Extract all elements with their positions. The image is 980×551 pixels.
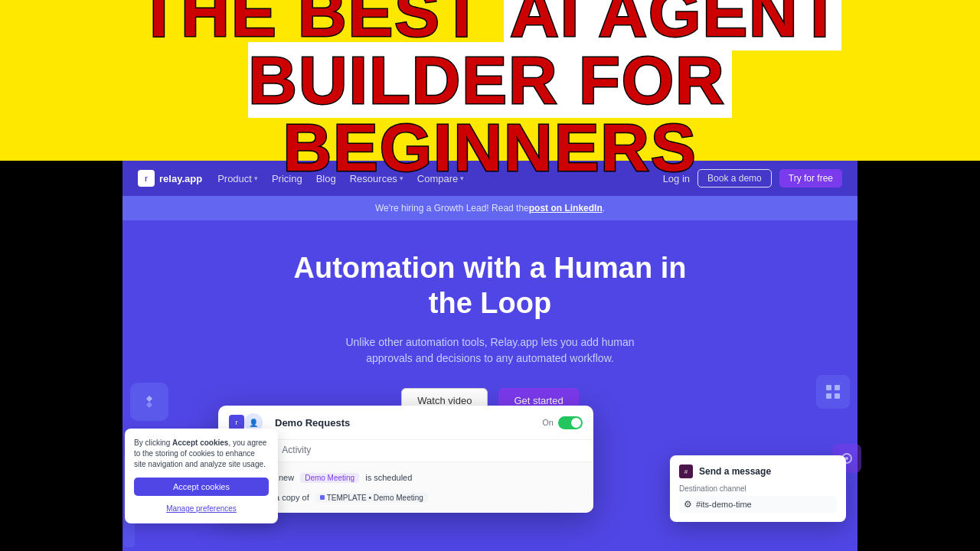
demo-right-header: # Send a message bbox=[679, 465, 837, 478]
thumbnail-text: THE BEST AI AGENT BUILDER FOR BEGINNERS bbox=[15, 0, 965, 181]
svg-rect-1 bbox=[835, 385, 840, 390]
toggle-label: On bbox=[542, 418, 554, 427]
slack-icon: # bbox=[679, 465, 693, 478]
cookie-banner: By clicking Accept cookies, you agree to… bbox=[125, 429, 278, 523]
svg-rect-0 bbox=[826, 385, 831, 390]
demo-logo-icon: r bbox=[229, 415, 244, 430]
toggle-switch[interactable] bbox=[558, 416, 583, 429]
tag-dot bbox=[320, 495, 325, 500]
manage-preferences-button[interactable]: Manage preferences bbox=[134, 504, 269, 513]
demo-card-title: Demo Requests bbox=[275, 417, 542, 429]
hero-subtitle: Unlike other automation tools, Relay.app… bbox=[337, 334, 643, 367]
demo-trigger-row: ⏱ When a new Demo Meeting is scheduled bbox=[229, 471, 583, 484]
svg-rect-3 bbox=[835, 393, 840, 399]
action-tag: TEMPLATE • Demo Meeting bbox=[315, 493, 428, 503]
send-message-title: Send a message bbox=[699, 466, 771, 477]
thumbnail-line2: BEGINNERS bbox=[283, 109, 697, 185]
tab-activity[interactable]: Activity bbox=[282, 445, 311, 461]
linkedin-link[interactable]: post on LinkedIn bbox=[529, 203, 603, 214]
hiring-banner: We're hiring a Growth Lead! Read the pos… bbox=[122, 196, 858, 220]
channel-icon: ⚙ bbox=[684, 499, 692, 510]
channel-name: #its-demo-time bbox=[696, 500, 752, 509]
destination-label: Destination channel bbox=[679, 484, 837, 493]
hero-title: Automation with a Human in the Loop bbox=[276, 251, 704, 321]
thumbnail-banner: THE BEST AI AGENT BUILDER FOR BEGINNERS bbox=[0, 0, 980, 161]
channel-row: ⚙ #its-demo-time bbox=[679, 496, 837, 513]
left-decorative-icon bbox=[130, 383, 168, 421]
cookie-text: By clicking Accept cookies, you agree to… bbox=[134, 438, 269, 470]
demo-meeting-tag: Demo Meeting bbox=[300, 473, 359, 483]
trigger-end: is scheduled bbox=[365, 473, 412, 482]
right-grid-icon bbox=[816, 375, 850, 409]
demo-action-row: 📄 Create a copy of TEMPLATE • Demo Meeti… bbox=[229, 491, 583, 504]
demo-card-right: # Send a message Destination channel ⚙ #… bbox=[670, 455, 846, 522]
svg-rect-2 bbox=[826, 393, 831, 399]
cookie-bold: Accept cookies bbox=[172, 439, 228, 447]
accept-cookies-button[interactable]: Accept cookies bbox=[134, 478, 269, 496]
